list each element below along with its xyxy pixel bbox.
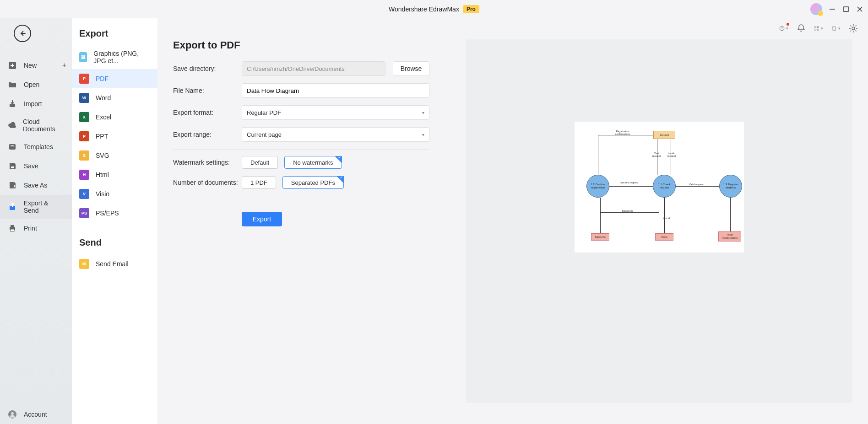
import-icon: [7, 99, 17, 109]
close-button[interactable]: [856, 5, 863, 13]
sidebar-item-label: Print: [24, 225, 37, 232]
export-item-label: Send Email: [96, 260, 129, 268]
send-email-item[interactable]: ✉ Send Email: [72, 254, 157, 274]
numdocs-one-button[interactable]: 1 PDF: [242, 176, 276, 189]
sidebar-item-label: Save: [24, 162, 38, 170]
sidebar-item-label: Templates: [24, 143, 53, 150]
export-item-label: Excel: [96, 113, 111, 121]
export-item-word[interactable]: W Word: [72, 88, 157, 107]
export-item-graphics[interactable]: 🖼 Graphics (PNG, JPG et...: [72, 45, 157, 69]
export-item-label: PS/EPS: [96, 209, 119, 217]
sidebar-item-label: New: [24, 62, 37, 69]
sidebar-item-new[interactable]: New +: [0, 56, 72, 75]
numdocs-label: Number of documents:: [173, 179, 242, 186]
sidebar-item-cloud[interactable]: Cloud Documents: [0, 113, 72, 137]
dfd-label: late test request: [620, 181, 639, 184]
export-item-label: PDF: [96, 75, 108, 82]
format-select[interactable]: Regular PDF▾: [242, 105, 429, 120]
svg-rect-18: [11, 145, 14, 146]
watermark-label: Watermark settings:: [173, 159, 242, 166]
gear-icon[interactable]: [849, 24, 858, 33]
sidebar-left: New + Open Import Cloud Documents Templa…: [0, 18, 72, 424]
sidebar-item-print[interactable]: Print: [0, 219, 72, 238]
export-type-panel: Export 🖼 Graphics (PNG, JPG et... P PDF …: [72, 18, 157, 424]
svg-rect-10: [817, 29, 819, 30]
svg-rect-23: [11, 229, 14, 231]
svg-point-11: [852, 27, 855, 30]
dfd-register: 1.3 Register students: [719, 175, 742, 198]
sidebar-item-saveas[interactable]: Save As: [0, 176, 72, 195]
sidebar-item-open[interactable]: Open: [0, 75, 72, 94]
plus-square-icon: [7, 60, 17, 70]
email-icon: ✉: [79, 259, 89, 269]
browse-button[interactable]: Browse: [393, 61, 429, 76]
export-item-visio[interactable]: V Visio: [72, 184, 157, 204]
html-file-icon: H: [79, 170, 89, 180]
export-button[interactable]: Export: [242, 212, 282, 226]
image-file-icon: 🖼: [79, 52, 87, 62]
bell-icon[interactable]: [797, 24, 806, 33]
dfd-label: Test request: [650, 152, 663, 157]
format-label: Export format:: [173, 109, 242, 116]
print-icon: [7, 223, 17, 233]
svg-point-25: [11, 412, 14, 415]
sidebar-item-templates[interactable]: Templates: [0, 137, 72, 156]
arrow-left-icon: [18, 29, 27, 38]
save-dir-label: Save directory:: [173, 65, 242, 72]
ppt-file-icon: P: [79, 131, 89, 141]
svg-rect-1: [844, 7, 848, 11]
export-item-label: PPT: [96, 133, 108, 140]
export-item-pdf[interactable]: P PDF: [72, 69, 157, 88]
minimize-button[interactable]: [829, 5, 836, 13]
page-title: Export to PDF: [173, 39, 429, 51]
numdocs-separated-button[interactable]: Separated PDFs: [282, 176, 344, 189]
back-button[interactable]: [14, 25, 31, 42]
sidebar-item-label: Cloud Documents: [23, 118, 65, 133]
filename-input[interactable]: [242, 83, 429, 98]
chevron-down-icon: ▾: [422, 110, 424, 115]
sidebar-item-export[interactable]: Export & Send: [0, 195, 72, 219]
help-icon[interactable]: ?▾: [779, 24, 788, 33]
export-item-ppt[interactable]: P PPT: [72, 127, 157, 146]
dfd-label: Valid request: [687, 183, 705, 186]
save-icon: [7, 161, 17, 171]
plus-icon[interactable]: +: [62, 61, 66, 70]
dfd-label: Invalid request: [665, 152, 678, 157]
svg-rect-22: [11, 225, 14, 227]
folder-icon: [7, 80, 17, 90]
watermark-none-button[interactable]: No watermarks: [284, 156, 342, 169]
svg-rect-7: [815, 27, 816, 28]
export-item-label: Html: [96, 171, 109, 178]
content-area: Export to PDF Save directory: C:/Users/r…: [157, 18, 868, 424]
sidebar-item-save[interactable]: Save: [0, 156, 72, 176]
dfd-students-store: Students: [591, 233, 609, 241]
svg-rect-17: [9, 144, 16, 150]
grid-apps-icon[interactable]: ▾: [814, 24, 823, 33]
user-avatar-icon[interactable]: [810, 3, 822, 15]
pdf-file-icon: P: [79, 74, 89, 84]
maximize-button[interactable]: [842, 5, 850, 13]
excel-file-icon: X: [79, 112, 89, 122]
send-heading: Send: [72, 236, 157, 254]
export-item-excel[interactable]: X Excel: [72, 107, 157, 127]
sidebar-item-account[interactable]: Account: [0, 405, 72, 424]
app-title: Wondershare EdrawMax: [389, 5, 459, 13]
range-select[interactable]: Current page▾: [242, 127, 429, 142]
watermark-default-button[interactable]: Default: [242, 156, 278, 169]
export-item-label: Word: [96, 94, 111, 102]
dfd-label: Student id: [618, 209, 637, 212]
dfd-confirm: 1.2 Confirm registration: [586, 175, 609, 198]
export-item-html[interactable]: H Html: [72, 165, 157, 184]
account-icon: [7, 409, 17, 419]
dfd-testsreg-store: Tests Registrations: [718, 231, 741, 242]
shirt-icon[interactable]: ▾: [831, 24, 841, 33]
sidebar-item-import[interactable]: Import: [0, 94, 72, 113]
export-item-pseps[interactable]: PS PS/EPS: [72, 204, 157, 223]
range-label: Export range:: [173, 131, 242, 138]
export-item-svg[interactable]: S SVG: [72, 146, 157, 165]
toolbar-right: ?▾ ▾ ▾: [779, 24, 858, 33]
title-bar: Wondershare EdrawMax Pro: [0, 0, 868, 18]
visio-file-icon: V: [79, 189, 89, 199]
cloud-icon: [7, 120, 16, 130]
export-item-label: Visio: [96, 190, 109, 198]
